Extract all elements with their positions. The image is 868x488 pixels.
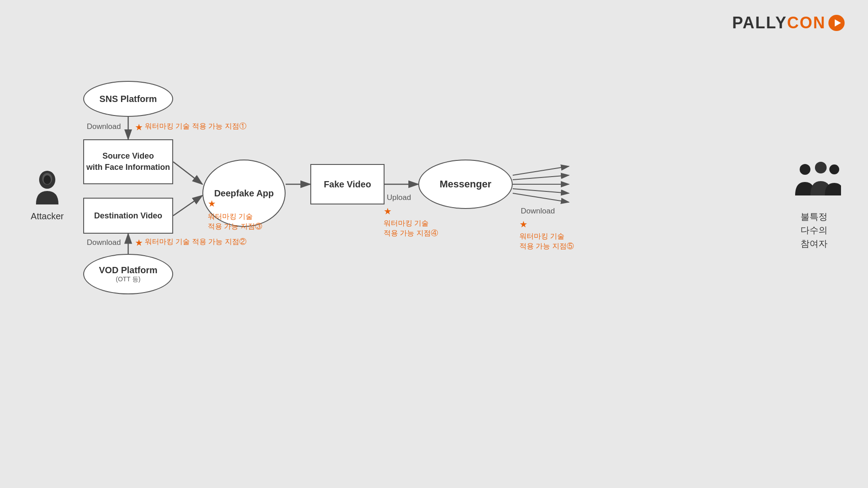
download-label-3: Download [521, 207, 555, 216]
svg-line-11 [173, 162, 202, 184]
svg-line-16 [513, 166, 569, 175]
audience-group: 불특정 다수의 참여자 [787, 160, 841, 250]
logo-con: CON [787, 13, 826, 32]
logo-pally: PALLY [732, 13, 787, 32]
wm-text-1: 워터마킹 기술 적용 가능 지점① [145, 121, 246, 131]
svg-point-6 [815, 162, 827, 173]
download-label-1: Download [87, 122, 121, 131]
audience-icon [787, 160, 841, 204]
svg-line-20 [513, 193, 569, 202]
logo-icon [828, 14, 846, 32]
wm-text-3: 워터마킹 기술적용 가능 지점③ [208, 212, 262, 232]
upload-label: Upload [387, 193, 411, 202]
source-video-node: Source Video with Face Information [83, 139, 173, 184]
svg-line-12 [173, 195, 202, 216]
destination-video-node: Destination Video [83, 198, 173, 234]
watermark-point-3: ★ 워터마킹 기술적용 가능 지점③ [208, 198, 262, 232]
diagram-arrows [0, 0, 868, 488]
star-icon-2: ★ [135, 237, 143, 248]
fake-video-node: Fake Video [310, 164, 385, 204]
messenger-node: Messenger [418, 160, 513, 209]
attacker-icon [27, 166, 67, 207]
download-label-2: Download [87, 238, 121, 247]
vod-platform-node: VOD Platform (OTT 등) [83, 254, 173, 294]
attacker-group: Attacker [27, 166, 67, 222]
svg-point-4 [44, 175, 51, 184]
star-icon-4: ★ [384, 206, 392, 217]
svg-line-17 [513, 175, 569, 180]
wm-text-4: 워터마킹 기술적용 가능 지점④ [384, 218, 438, 239]
watermark-point-2: ★ 워터마킹 기술 적용 가능 지점② [135, 237, 246, 248]
watermark-point-4: ★ 워터마킹 기술적용 가능 지점④ [384, 205, 438, 239]
star-icon-3: ★ [208, 198, 216, 209]
watermark-point-1: ★ 워터마킹 기술 적용 가능 지점① [135, 121, 246, 133]
star-icon-1: ★ [135, 122, 143, 133]
watermark-point-5: ★ 워터마킹 기술적용 가능 지점⑤ [519, 218, 574, 252]
sns-platform-node: SNS Platform [83, 81, 173, 117]
svg-point-5 [800, 164, 810, 175]
wm-text-2: 워터마킹 기술 적용 가능 지점② [145, 237, 246, 247]
wm-text-5: 워터마킹 기술적용 가능 지점⑤ [519, 231, 574, 252]
audience-label: 불특정 다수의 참여자 [787, 210, 841, 250]
svg-line-19 [513, 189, 569, 193]
attacker-label: Attacker [27, 211, 67, 222]
star-icon-5: ★ [519, 219, 528, 230]
logo: PALLYCON [732, 13, 846, 32]
svg-point-7 [829, 164, 839, 174]
